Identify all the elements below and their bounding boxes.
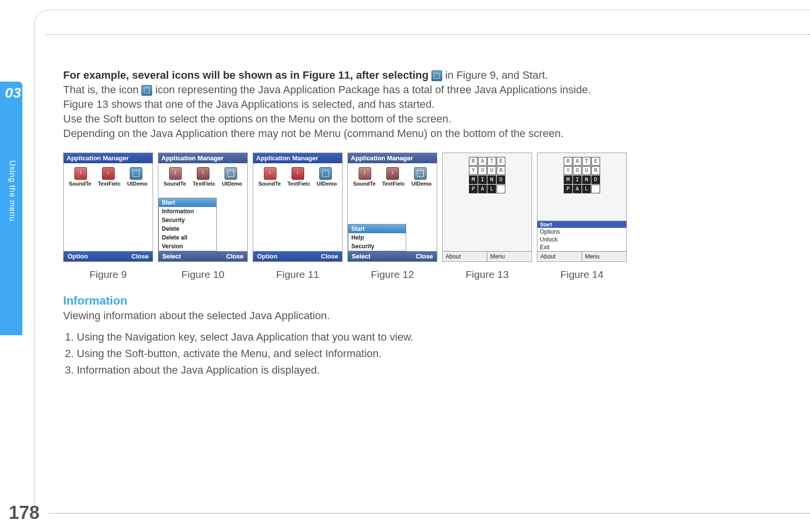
figure-caption: Figure 14 (560, 269, 603, 280)
menu-item-delete[interactable]: Delete (159, 224, 216, 233)
softkey-option[interactable]: Option (68, 253, 88, 260)
grid-cell: R (469, 157, 478, 166)
grid-cell: O (478, 166, 487, 175)
grid-cell: E (591, 157, 600, 166)
phone-body (443, 193, 532, 251)
titlebar: Application Manager (64, 153, 153, 163)
intro-line2b: icon representing the Java Application P… (152, 84, 591, 96)
grid-cell: D (497, 175, 505, 184)
grid-cell: R (591, 166, 600, 175)
title-text: Application Manager (256, 154, 318, 162)
title-text: Application Manager (161, 154, 224, 162)
phone-body (253, 189, 342, 251)
grid-cell: A (478, 185, 487, 193)
softkey-about[interactable]: About (537, 252, 582, 261)
grid-cell: L (487, 185, 496, 193)
app-label: UIDemo (412, 181, 432, 187)
softkey-close[interactable]: Close (132, 253, 149, 260)
phone-body: Start Options Unlock Exit (537, 193, 626, 251)
app-label: SoundTe (164, 181, 186, 187)
menu-item-unlock[interactable]: Unlock (537, 236, 626, 243)
menu-item-exit[interactable]: Exit (537, 243, 626, 251)
download-icon (359, 167, 371, 180)
sidebar-label: Using the menu (8, 160, 17, 222)
grid-cell: O (573, 166, 582, 175)
content-area: For example, several icons will be shown… (63, 68, 781, 380)
rate-your-mind-pal-grid: R A T E Y O U R M I N D P A L (469, 157, 505, 193)
phone-body: Start Information Security Delete Delete… (158, 189, 247, 251)
grid-cell: A (478, 157, 487, 166)
menu-item-options[interactable]: Options (537, 228, 626, 236)
softkey-select[interactable]: Select (162, 253, 181, 260)
grid-cell: R (564, 157, 572, 166)
download-icon (197, 167, 209, 180)
app-label: TextFielc (287, 181, 310, 187)
grid-cell: P (469, 185, 478, 193)
menu-item-start[interactable]: Start (537, 221, 626, 228)
app-labels-row: SoundTe TextFielc UIDemo (348, 181, 437, 189)
menu-item-security[interactable]: Security (348, 242, 406, 251)
intro-line4: Use the Soft button to select the option… (63, 113, 451, 125)
grid-cell: A (573, 185, 582, 193)
menu-item-start[interactable]: Start (159, 198, 216, 207)
softkey-menu[interactable]: Menu (487, 252, 532, 261)
figure-caption: Figure 11 (276, 269, 319, 280)
grid-cell: P (564, 185, 572, 193)
intro-after-icon1: in Figure 9, and Start. (442, 69, 548, 81)
softkey-about[interactable]: About (443, 252, 487, 261)
figure-12: Application Manager SoundTe TextFielc UI… (347, 153, 437, 280)
intro-paragraph: For example, several icons will be shown… (63, 68, 781, 141)
softkey-close[interactable]: Close (226, 253, 243, 260)
grid-cell: U (582, 166, 591, 175)
step-2: Using the Soft-button, activate the Menu… (77, 347, 781, 360)
app-icons-row (158, 163, 247, 181)
step-3: Information about the Java Application i… (77, 364, 781, 377)
options-menu: Start Options Unlock Exit (537, 221, 626, 251)
grid-cell: Y (564, 166, 572, 175)
package-icon (130, 167, 142, 180)
titlebar: Application Manager (158, 153, 247, 163)
download-icon (264, 167, 276, 180)
app-label: SoundTe (259, 181, 281, 187)
app-label: TextFielc (98, 181, 121, 187)
grid-cell: I (573, 175, 582, 184)
phone-fig11: Application Manager SoundTe TextFielc UI… (253, 153, 343, 262)
app-label: SoundTe (69, 181, 91, 187)
menu-item-information[interactable]: Information (159, 207, 216, 216)
app-label: TextFielc (382, 181, 405, 187)
package-icon (319, 167, 332, 180)
softkey-option[interactable]: Option (257, 253, 277, 260)
dotted-divider (46, 34, 810, 35)
grid-cell: N (487, 175, 496, 184)
phone-fig9: Application Manager SoundTe TextFielc UI… (63, 153, 153, 262)
softkey-menu[interactable]: Menu (582, 252, 626, 261)
phone-fig12: Application Manager SoundTe TextFielc UI… (347, 153, 437, 262)
menu-item-delete-all[interactable]: Delete all (159, 233, 216, 242)
menu-item-security[interactable]: Security (159, 216, 216, 224)
phone-fig14: R A T E Y O U R M I N D P A L (537, 153, 627, 262)
titlebar: Application Manager (348, 153, 437, 163)
app-label: UIDemo (222, 181, 242, 187)
softkey-select[interactable]: Select (352, 253, 370, 260)
package-icon (414, 167, 427, 180)
menu-item-version[interactable]: Version (159, 242, 216, 251)
grid-cell: N (582, 175, 591, 184)
menu-item-start[interactable]: Start (348, 224, 406, 233)
grid-cell: Y (469, 166, 478, 175)
options-menu: Start Help Security (348, 224, 406, 251)
softkey-bar: Option Close (253, 251, 342, 261)
download-icon (102, 167, 115, 180)
softkey-close[interactable]: Close (416, 253, 433, 260)
package-icon (431, 70, 442, 81)
phone-fig10: Application Manager SoundTe TextFielc UI… (158, 153, 248, 262)
menu-item-help[interactable]: Help (348, 233, 406, 242)
softkey-close[interactable]: Close (321, 253, 338, 260)
package-icon (224, 167, 237, 180)
rate-your-mind-pal-grid: R A T E Y O U R M I N D P A L (564, 157, 600, 193)
figure-caption: Figure 12 (371, 269, 414, 280)
phone-body (64, 189, 153, 251)
intro-line2a: That is, the icon (63, 84, 141, 96)
softkey-bar: About Menu (443, 251, 532, 261)
grid-cell: T (487, 157, 496, 166)
footer-rule (49, 513, 810, 514)
